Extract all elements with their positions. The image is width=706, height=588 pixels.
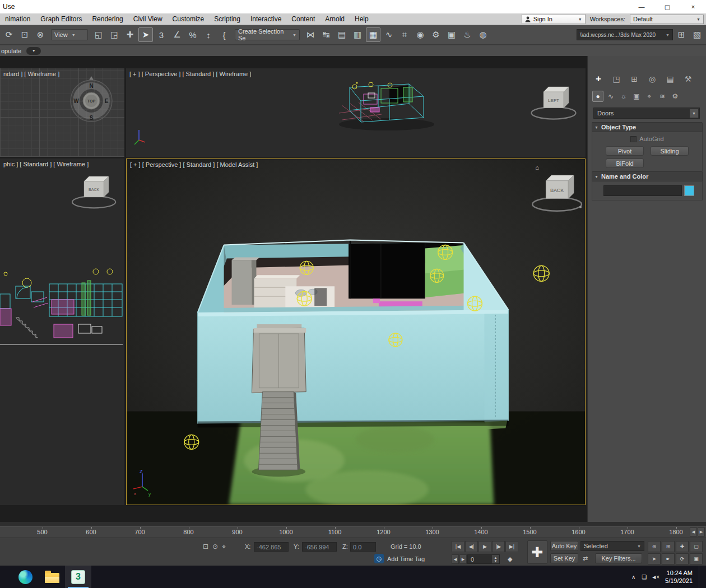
pan-hand-icon[interactable]: ☛ [662,553,675,564]
rendered-frame-window-icon[interactable]: ▣ [444,27,459,42]
tray-chevron-icon[interactable]: ∧ [631,574,635,580]
menu-item[interactable]: Customize [168,15,210,23]
object-type-button[interactable]: Pivot [606,146,644,156]
motion-tab-icon[interactable]: ◎ [646,73,658,85]
spinner-snap-icon[interactable]: ↕ [201,27,216,42]
viewcube-home-icon[interactable]: ⌂ [535,164,539,171]
object-name-field[interactable] [603,185,682,196]
modify-tab-icon[interactable]: ◳ [610,73,623,85]
spinner-arrows-icon[interactable]: ▲▼ [492,555,499,563]
ribbon-toggle-icon[interactable]: ▦ [366,27,380,42]
field-of-view-icon[interactable]: ➤ [648,553,661,564]
project-folder-field[interactable]: \\ad.wcpss.ne...\3ds Max 2020 ▼ [577,29,673,40]
z-coordinate-field[interactable]: 0.0 [350,542,376,552]
zoom-all-icon[interactable]: ⊞ [662,541,675,552]
systems-category-icon[interactable]: ⚙ [670,91,681,102]
name-and-color-rollout-header[interactable]: ▼ Name and Color [592,171,703,181]
orbit-icon[interactable]: ⟳ [676,553,689,564]
keyframe-icon[interactable]: ◆ [508,556,512,563]
current-frame-spinner[interactable]: 0 ▲▼ [467,554,500,564]
material-editor-icon[interactable]: ◉ [413,27,428,42]
menu-item[interactable]: Help [350,15,374,23]
select-object-icon[interactable]: ➤ [138,27,153,42]
add-time-tag[interactable]: ◷ Add Time Tag [374,554,425,563]
minimize-button[interactable]: — [629,0,654,13]
zoom-extents-all-icon[interactable]: ▢ [690,541,703,552]
percent-snap-icon[interactable]: % [185,27,200,42]
helpers-category-icon[interactable]: ⌖ [644,91,655,102]
menu-item[interactable]: Content [286,15,320,23]
align-icon[interactable]: ↹ [319,27,333,42]
object-type-rollout-header[interactable]: ▼ Object Type [592,122,703,132]
populate-flyout-chip[interactable]: ▼ [26,47,41,55]
utilities-tab-icon[interactable]: ⚒ [682,73,694,85]
x-coordinate-field[interactable]: -462.865 [254,542,289,552]
viewport-top[interactable]: ndard ] [ Wireframe ] N E S W TOP [0,68,124,157]
viewport-orthographic-label[interactable]: phic ] [ Standard ] [ Wireframe ] [3,161,89,167]
render-iterative-icon[interactable]: ◍ [476,27,490,42]
object-color-swatch[interactable] [684,185,694,196]
select-and-move-icon[interactable]: ✚ [123,27,137,42]
view-compass[interactable]: N E S W TOP [0,68,124,157]
set-keys-button[interactable]: ✚ [527,540,547,564]
menu-item[interactable]: Arnold [320,15,350,23]
menu-item[interactable]: Rendering [87,15,128,23]
viewport-main-label[interactable]: [ + ] [ Perspective ] [ Standard ] [ Mod… [130,161,258,168]
maximize-viewport-toggle-icon[interactable]: ▣ [690,553,703,564]
use-selection-center-icon[interactable]: ◲ [107,27,122,42]
render-setup-icon[interactable]: ⚙ [429,27,443,42]
3dsmax-app-icon[interactable]: 3 [65,566,91,588]
menu-item[interactable]: Scripting [209,15,245,23]
curve-editor-icon[interactable]: ∿ [382,27,396,42]
track-bar[interactable] [0,522,706,526]
sign-in-button[interactable]: Sign In ▼ [522,14,586,24]
coord-display-icon[interactable]: ⌖ [222,543,226,550]
y-coordinate-field[interactable]: -656.994 [302,542,337,552]
geometry-category-icon[interactable]: ● [592,91,603,102]
display-tray-icon[interactable]: ❏ [642,574,646,580]
create-tab-icon[interactable]: + [592,73,605,85]
key-step-back-icon[interactable]: ◀ [452,554,459,564]
selection-lock-icon[interactable]: ⊙ [212,543,218,550]
toolbar-overflow-icon[interactable]: ▧ [690,27,704,42]
layer-manager-icon[interactable]: ▤ [335,27,349,42]
scene-explorer-icon[interactable]: ▥ [350,27,365,42]
zoom-icon[interactable]: ⊕ [648,541,661,552]
use-pivot-point-icon[interactable]: ◱ [91,27,106,42]
unlink-selection-icon[interactable]: ⊗ [33,27,48,42]
next-frame-button[interactable]: |▶ [492,541,505,552]
timeline-ruler[interactable]: 5006007008009001000110012001300140015001… [0,526,706,538]
schematic-view-icon[interactable]: ⌗ [397,27,412,42]
auto-key-button[interactable]: Auto Key [550,541,578,551]
shapes-category-icon[interactable]: ∿ [605,91,616,102]
maximize-button[interactable]: ▢ [654,0,680,13]
angle-snap-icon[interactable]: ∠ [170,27,184,42]
render-production-icon[interactable]: ♨ [460,27,475,42]
key-mode-icon[interactable]: ⇄ [583,555,588,562]
menu-item[interactable]: Graph Editors [35,15,87,23]
zoom-extents-icon[interactable]: ✚ [676,541,689,552]
object-type-button[interactable]: BiFold [606,158,644,168]
timeline-next-icon[interactable]: ▶ [698,528,705,536]
lights-category-icon[interactable]: ☼ [618,91,629,102]
mirror-icon[interactable]: ⋈ [303,27,318,42]
timeline-prev-icon[interactable]: ◀ [690,528,697,536]
named-selection-sets-icon[interactable]: { [217,27,231,42]
object-type-button[interactable]: Sliding [651,146,689,156]
autogrid-checkbox[interactable] [630,136,637,142]
close-button[interactable]: × [680,0,706,13]
coordinate-system-dropdown[interactable]: View ▼ [51,29,88,40]
spacewarps-category-icon[interactable]: ≋ [657,91,668,102]
menu-item[interactable]: nimation [0,15,35,23]
viewport-perspective-wireframe-label[interactable]: [ + ] [ Perspective ] [ Standard ] [ Wir… [129,71,251,77]
key-filters-button[interactable]: Key Filters... [595,553,642,563]
play-button[interactable]: ▶ [479,541,491,552]
go-to-end-button[interactable]: ▶| [505,541,518,552]
display-tab-icon[interactable]: ▤ [664,73,676,85]
viewport-perspective-wireframe[interactable]: [ + ] [ Perspective ] [ Standard ] [ Wir… [126,68,586,157]
go-to-start-button[interactable]: |◀ [452,541,465,552]
isolate-selection-icon[interactable]: ⊡ [203,543,208,550]
select-and-link-icon[interactable]: ⊡ [17,27,32,42]
selection-set-dropdown[interactable]: Create Selection Se ▼ [235,29,300,40]
redo-icon[interactable]: ⟳ [2,27,16,42]
